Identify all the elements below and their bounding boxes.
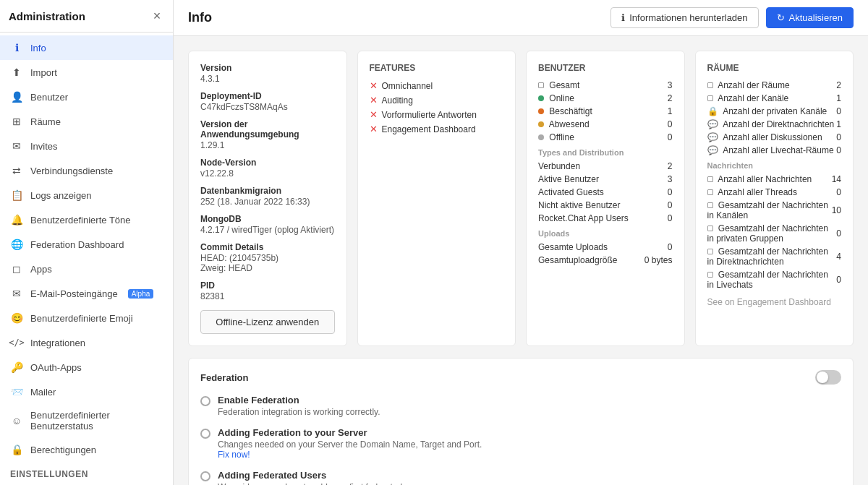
option2-title: Adding Federation to your Server (218, 427, 482, 438)
stat-upload-size: Gesamtuploadgröße 0 bytes (538, 255, 673, 265)
users-label: Gesamt (538, 80, 579, 90)
stat-value: 1 (836, 93, 841, 103)
commit-value: HEAD: (21045735b) Zweig: HEAD (200, 253, 335, 273)
refresh-icon: ↻ (777, 12, 785, 23)
rooms-label: Anzahl der Räume (707, 80, 790, 90)
download-info-label: Informationen herunterladen (629, 12, 747, 23)
stat-value: 10 (832, 205, 841, 215)
x-icon: ✕ (370, 80, 378, 91)
sidebar-item-label: OAuth-Apps (30, 362, 82, 373)
sidebar-item-mailer[interactable]: 📨 Mailer (0, 379, 173, 404)
offline-license-button[interactable]: Offline-Lizenz anwenden (200, 310, 335, 334)
grid-dot (538, 82, 544, 88)
info-cards-row: Version 4.3.1 Deployment-ID C47kdFczsTS8… (188, 51, 854, 346)
server-info-card: Version 4.3.1 Deployment-ID C47kdFczsTS8… (188, 51, 347, 346)
sidebar-item-benutzer[interactable]: 👤 Benutzer (0, 85, 173, 109)
deployment-label: Deployment-ID (200, 91, 335, 101)
users-label: Abwesend (538, 119, 590, 129)
pid-label: PID (200, 280, 335, 291)
stat-value: 0 (668, 187, 673, 197)
mongodb-label: MongoDB (200, 214, 335, 224)
user-icon: 👤 (10, 90, 23, 103)
stat-value: 0 (836, 228, 841, 239)
node-row: Node-Version v12.22.8 (200, 158, 335, 179)
radio-users[interactable] (200, 471, 210, 481)
stat-direct-msg-count: Gesamtzahl der Nachrichten in Direktnach… (707, 246, 842, 267)
sidebar-item-benutzerstatus[interactable]: ☺ Benutzerdefinierter Benutzerstatus (0, 404, 173, 437)
feature-vorformulierte: ✕ Vorformulierte Antworten (370, 109, 504, 120)
option3-desc: We guide you on how to add your first fe… (218, 482, 424, 485)
stat-activated-guests: Activated Guests 0 (538, 187, 673, 197)
app-env-label: Version der Anwendungsumgebung (200, 119, 335, 140)
sidebar-item-apps[interactable]: ◻ Apps (0, 257, 173, 281)
pid-value: 82381 (200, 291, 335, 301)
rooms-title: Räume (707, 63, 842, 73)
stat-value: 3 (668, 80, 673, 90)
sidebar-item-email[interactable]: ✉ E-Mail-Posteingänge Alpha (0, 281, 173, 306)
update-button[interactable]: ↻ Aktualisieren (766, 7, 854, 28)
stat-livechat-messages: Gesamtzahl der Nachrichten in Livechats … (707, 270, 842, 290)
sidebar-item-info[interactable]: ℹ Info (0, 35, 173, 60)
sidebar-item-raume[interactable]: ⊞ Räume (0, 109, 173, 134)
permissions-icon: 🔒 (10, 443, 23, 456)
engagement-link[interactable]: See on Engagement Dashboard (707, 297, 842, 307)
grid-dot (707, 272, 713, 278)
mongodb-row: MongoDB 4.2.17 / wiredTiger (oplog Aktiv… (200, 214, 335, 235)
federation-option-adding: Adding Federation to your Server Changes… (200, 427, 841, 460)
sidebar-item-tone[interactable]: 🔔 Benutzerdefinierte Töne (0, 207, 173, 232)
stat-rooms-count: Anzahl der Räume 2 (707, 80, 842, 90)
option3-title: Adding Federated Users (218, 470, 424, 481)
topbar-actions: ℹ Informationen herunterladen ↻ Aktualis… (610, 7, 854, 28)
stat-value: 0 (668, 200, 673, 210)
grid-dot (707, 249, 713, 254)
sidebar-item-berechtigungen[interactable]: 🔒 Berechtigungen (0, 437, 173, 462)
sidebar-item-verbindungsdienste[interactable]: ⇄ Verbindungsdienste (0, 158, 173, 183)
uploads-divider: Uploads (538, 229, 673, 238)
main-panel: Info ℹ Informationen herunterladen ↻ Akt… (174, 0, 868, 485)
sidebar-item-label: Mailer (30, 387, 56, 398)
stat-busy: Beschäftigt 1 (538, 106, 673, 116)
online-dot (538, 95, 544, 101)
sidebar-item-label: Import (30, 67, 57, 78)
federation-toggle[interactable] (815, 370, 841, 385)
main-content: Version 4.3.1 Deployment-ID C47kdFczsTS8… (174, 36, 868, 485)
sidebar-item-import[interactable]: ⬆ Import (0, 60, 173, 85)
invites-icon: ✉ (10, 140, 23, 153)
sidebar-item-invites[interactable]: ✉ Invites (0, 134, 173, 158)
user-status-icon: ☺ (10, 414, 23, 427)
radio-enable[interactable] (200, 396, 210, 406)
sidebar-item-oauth[interactable]: 🔑 OAuth-Apps (0, 355, 173, 379)
sidebar-item-integrationen[interactable]: </> Integrationen (0, 330, 173, 355)
page-title: Info (188, 10, 212, 25)
grid-dot (707, 202, 713, 208)
grid-dot (707, 95, 713, 101)
upload-label: Gesamtuploadgröße (538, 255, 617, 265)
close-icon[interactable]: × (150, 9, 164, 23)
sidebar-item-label: Benutzer (30, 92, 68, 103)
sidebar-item-label: Integrationen (30, 338, 85, 348)
logs-icon: 📋 (10, 189, 23, 202)
node-label: Node-Version (200, 158, 335, 168)
stat-value: 1 (668, 106, 673, 116)
sidebar-item-emoji[interactable]: 😊 Benutzerdefinierte Emoji (0, 306, 173, 330)
version-row: Version 4.3.1 (200, 63, 335, 84)
sidebar-item-federation[interactable]: 🌐 Federation Dashboard (0, 232, 173, 257)
x-icon: ✕ (370, 95, 378, 106)
settings-section-label: Einstellungen (0, 462, 173, 482)
stat-value: 0 (668, 119, 673, 129)
radio-adding[interactable] (200, 429, 210, 439)
feature-engagement: ✕ Engagement Dashboard (370, 124, 504, 134)
fix-now-link[interactable]: Fix now! (218, 450, 482, 460)
users-label: Online (538, 93, 574, 103)
download-info-button[interactable]: ℹ Informationen herunterladen (610, 7, 758, 28)
commit-label: Commit Details (200, 242, 335, 252)
sidebar-item-logs[interactable]: 📋 Logs anzeigen (0, 183, 173, 207)
rooms-label: 💬 Anzahl aller Diskussionen (707, 132, 822, 142)
sidebar-item-label: Benutzerdefinierte Töne (30, 215, 131, 226)
stat-private-channels: 🔒 Anzahl der privaten Kanäle 0 (707, 106, 842, 116)
stat-value: 3 (668, 174, 673, 184)
stat-gesamt: Gesamt 3 (538, 80, 673, 90)
stat-direct-messages: 💬 Anzahl der Direktnachrichten 1 (707, 119, 842, 129)
rooms-label: 🔒 Anzahl der privaten Kanäle (707, 106, 827, 116)
stat-value: 0 (836, 275, 841, 285)
